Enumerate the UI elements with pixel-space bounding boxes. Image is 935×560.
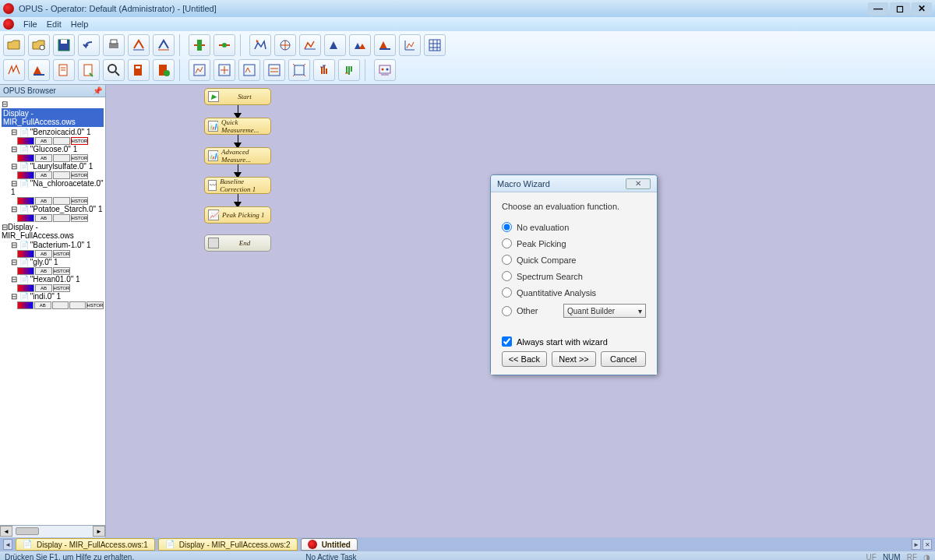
search-button[interactable] xyxy=(103,59,125,81)
ab-tag[interactable]: AB xyxy=(35,154,52,162)
back-button[interactable]: << Back xyxy=(502,351,547,367)
spectrum-tag[interactable] xyxy=(17,284,34,292)
menu-help[interactable]: Help xyxy=(71,19,89,29)
peak-button[interactable] xyxy=(3,59,25,81)
radio-quick-compare[interactable]: Quick Compare xyxy=(502,255,646,265)
spectrum-tag[interactable] xyxy=(17,267,34,275)
tree-root-1[interactable]: Display - MIR_FullAccess.ows xyxy=(2,108,104,127)
radio-input[interactable] xyxy=(502,287,512,298)
radio-input[interactable] xyxy=(502,222,512,232)
dialog-titlebar[interactable]: Macro Wizard ✕ xyxy=(491,175,657,192)
plot7-button[interactable] xyxy=(338,59,360,81)
radio-input[interactable] xyxy=(502,255,512,265)
tool-a-button[interactable] xyxy=(128,34,150,56)
flow-node-start[interactable]: ▶Start xyxy=(204,88,271,105)
ab-tag[interactable]: AB xyxy=(35,250,52,258)
radio-input[interactable] xyxy=(502,238,512,248)
flow-node-adv-measure[interactable]: 📊Advanced Measure... xyxy=(204,147,271,164)
next-button[interactable]: Next >> xyxy=(552,351,597,367)
tree-file[interactable]: "Potatoe_Starch.0" 1 xyxy=(2,205,104,213)
ab-tag[interactable]: AB xyxy=(35,267,52,275)
flow-node-end[interactable]: End xyxy=(204,234,271,252)
scroll-thumb[interactable] xyxy=(16,527,39,535)
report1-button[interactable] xyxy=(128,59,150,81)
tab-nav-left[interactable]: ◄ xyxy=(3,539,12,550)
tag[interactable] xyxy=(53,214,70,222)
ab-tag[interactable]: AB xyxy=(35,137,52,145)
spectrum-tag[interactable] xyxy=(17,301,34,309)
tag[interactable] xyxy=(53,137,70,145)
tree-toggle-icon[interactable]: ⊟ xyxy=(2,100,8,108)
history-tag[interactable]: HSTOR xyxy=(71,214,88,222)
history-tag[interactable]: HSTOR xyxy=(53,250,70,258)
chart-4-button[interactable] xyxy=(324,34,346,56)
chart-1-button[interactable] xyxy=(249,34,271,56)
tree-toggle-icon[interactable]: ⊟ xyxy=(2,223,8,231)
spectrum-tag[interactable] xyxy=(17,250,34,258)
tree-file[interactable]: "Na_chloroacetate.0" 1 xyxy=(2,179,104,196)
tag[interactable] xyxy=(53,171,70,179)
tree-file[interactable]: "Bacterium-1.0" 1 xyxy=(2,241,104,249)
chart-6-button[interactable] xyxy=(374,34,396,56)
doc2-button[interactable] xyxy=(78,59,100,81)
tree-file[interactable]: "indi.0" 1 xyxy=(2,292,104,301)
tag[interactable] xyxy=(52,301,69,309)
ab-tag[interactable]: AB xyxy=(35,284,52,292)
undo-button[interactable] xyxy=(78,34,100,56)
maximize-button[interactable]: ◻ xyxy=(890,2,910,16)
cancel-button[interactable]: Cancel xyxy=(601,351,646,367)
tree-file[interactable]: "Benzoicacid.0" 1 xyxy=(2,128,104,136)
plot4-button[interactable] xyxy=(263,59,285,81)
history-tag[interactable]: HSTOR xyxy=(71,154,88,162)
tag[interactable] xyxy=(53,197,70,205)
chart-2-button[interactable] xyxy=(274,34,296,56)
plot5-button[interactable] xyxy=(288,59,310,81)
integ-button[interactable] xyxy=(28,59,50,81)
doc-tab-1[interactable]: 📄Display - MIR_FullAccess.ows:1 xyxy=(16,538,155,551)
other-dropdown[interactable]: Quant Builder▾ xyxy=(563,304,646,318)
flow-node-quick-measure[interactable]: 📊Quick Measureme... xyxy=(204,118,271,135)
doc-tab-2[interactable]: 📄Display - MIR_FullAccess.ows:2 xyxy=(158,538,298,551)
spectrum-tag[interactable] xyxy=(17,171,34,179)
radio-input[interactable] xyxy=(502,271,512,281)
tool-d-button[interactable] xyxy=(213,34,235,56)
plot2-button[interactable] xyxy=(213,59,235,81)
sidebar-pin-icon[interactable]: 📌 xyxy=(93,86,102,95)
flow-node-baseline[interactable]: 〰Baseline Correction 1 xyxy=(204,177,271,194)
minimize-button[interactable]: — xyxy=(868,2,888,16)
tree-root-2[interactable]: Display - MIR_FullAccess.ows xyxy=(2,223,74,240)
menu-edit[interactable]: Edit xyxy=(47,19,62,29)
print-button[interactable] xyxy=(103,34,125,56)
history-tag[interactable]: HSTOR xyxy=(71,137,88,145)
open2-button[interactable] xyxy=(28,34,50,56)
always-start-checkbox-row[interactable]: Always start with wizard xyxy=(502,336,646,347)
history-tag[interactable]: HSTOR xyxy=(86,301,104,309)
report2-button[interactable] xyxy=(153,59,175,81)
doc1-button[interactable] xyxy=(53,59,75,81)
doc-tab-3[interactable]: Untitled xyxy=(301,538,358,551)
chart-7-button[interactable] xyxy=(399,34,421,56)
radio-no-evaluation[interactable]: No evaluation xyxy=(502,222,646,232)
save-button[interactable] xyxy=(53,34,75,56)
tool-c-button[interactable] xyxy=(189,34,210,56)
sidebar-scrollbar[interactable]: ◄ ► xyxy=(0,525,105,537)
radio-spectrum-search[interactable]: Spectrum Search xyxy=(502,271,646,281)
tree-file[interactable]: "Glucose.0" 1 xyxy=(2,145,104,153)
spectrum-tag[interactable] xyxy=(17,137,34,145)
file-tree[interactable]: ⊟Display - MIR_FullAccess.ows "Benzoicac… xyxy=(0,97,105,525)
plot6-button[interactable] xyxy=(313,59,335,81)
scroll-right-icon[interactable]: ► xyxy=(93,526,105,537)
tag[interactable] xyxy=(53,154,70,162)
plot3-button[interactable] xyxy=(238,59,260,81)
spectrum-tag[interactable] xyxy=(17,154,34,162)
open-button[interactable] xyxy=(3,34,25,56)
tree-file[interactable]: "Laurylsulfate.0" 1 xyxy=(2,162,104,171)
flow-node-peak[interactable]: 📈Peak Picking 1 xyxy=(204,206,271,224)
radio-other[interactable] xyxy=(502,306,512,316)
radio-peak-picking[interactable]: Peak Picking xyxy=(502,238,646,248)
dialog-close-button[interactable]: ✕ xyxy=(626,178,651,189)
tab-close[interactable]: ✕ xyxy=(923,539,932,550)
scroll-left-icon[interactable]: ◄ xyxy=(0,526,12,537)
ab-tag[interactable]: AB xyxy=(34,301,51,309)
tree-file[interactable]: "Hexan01.0" 1 xyxy=(2,275,104,284)
